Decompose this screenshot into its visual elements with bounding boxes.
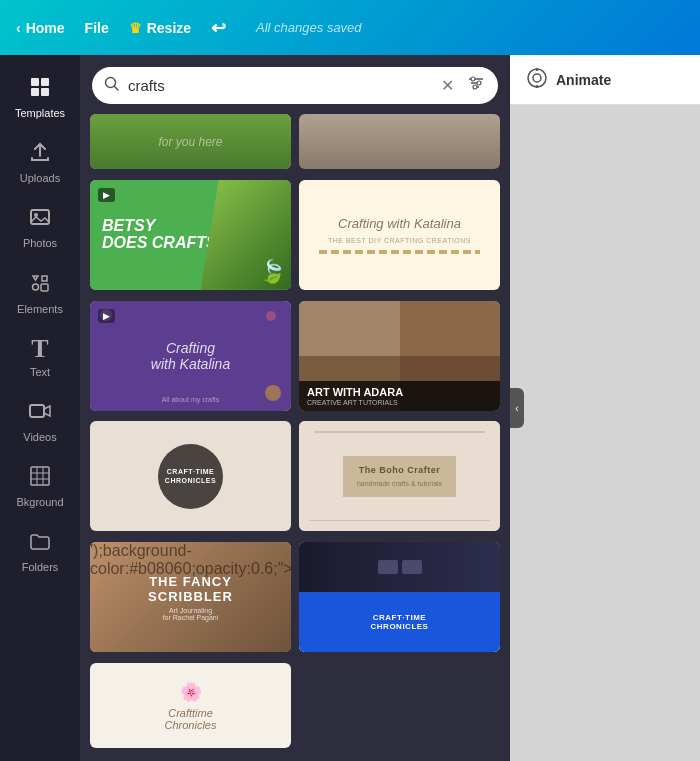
svg-rect-7 bbox=[41, 284, 48, 291]
template-card-betsy[interactable]: ▶ BETSYDOES CRAFTS 🍃 bbox=[90, 180, 291, 290]
svg-rect-9 bbox=[31, 467, 49, 485]
template-card-art-adara[interactable]: Art With Adara CREATIVE ART TUTORIALS bbox=[299, 301, 500, 411]
art-adara-title: Art With Adara bbox=[307, 386, 492, 398]
sidebar-item-text[interactable]: T Text bbox=[0, 326, 80, 389]
canvas-area: Animate bbox=[510, 55, 700, 761]
panel-collapse-handle[interactable]: ‹ bbox=[510, 388, 524, 428]
svg-line-15 bbox=[115, 86, 119, 90]
bottom-crafts-title: CrafttimeChronicles bbox=[165, 707, 217, 731]
background-icon bbox=[28, 464, 52, 492]
animate-icon bbox=[526, 67, 548, 92]
svg-point-21 bbox=[473, 85, 477, 89]
crown-icon: ♛ bbox=[129, 20, 142, 36]
videos-icon bbox=[28, 399, 52, 427]
resize-button[interactable]: ♛ Resize bbox=[129, 20, 191, 36]
sidebar-item-uploads[interactable]: Uploads bbox=[0, 130, 80, 195]
folders-icon bbox=[28, 529, 52, 557]
saved-status: All changes saved bbox=[256, 20, 362, 35]
canvas-toolbar: Animate bbox=[510, 55, 700, 105]
betsy-title: BETSYDOES CRAFTS bbox=[102, 217, 217, 252]
videos-label: Videos bbox=[23, 431, 56, 444]
fancy-title: THE FANCYSCRIBBLER bbox=[148, 574, 233, 604]
uploads-icon bbox=[28, 140, 52, 168]
clear-search-button[interactable]: ✕ bbox=[441, 76, 454, 95]
text-icon: T bbox=[31, 336, 48, 362]
file-button[interactable]: File bbox=[85, 20, 109, 36]
template-card-partial-left[interactable]: for you here bbox=[90, 114, 291, 169]
templates-icon bbox=[28, 75, 52, 103]
fancy-sub: Art Journalingfor Rachel Pagani bbox=[148, 607, 233, 621]
template-card-fancy-scribbler[interactable]: ');background-color:#b08060;opacity:0.6;… bbox=[90, 542, 291, 652]
svg-point-25 bbox=[536, 85, 539, 88]
photos-icon bbox=[28, 205, 52, 233]
svg-rect-2 bbox=[31, 88, 39, 96]
templates-panel: ✕ for you here bbox=[80, 55, 510, 761]
svg-point-6 bbox=[33, 284, 39, 290]
header: ‹ Home File ♛ Resize ↩ All changes saved bbox=[0, 0, 700, 55]
sidebar-item-videos[interactable]: Videos bbox=[0, 389, 80, 454]
background-label: Bkground bbox=[16, 496, 63, 509]
craft-circle: CRAFT·TIMECHRONICLES bbox=[158, 444, 223, 509]
boho-title: The Boho Crafter bbox=[357, 464, 442, 477]
sidebar-item-folders[interactable]: Folders bbox=[0, 519, 80, 584]
svg-point-24 bbox=[536, 68, 539, 71]
elements-label: Elements bbox=[17, 303, 63, 316]
template-card-crafting-katarina[interactable]: Crafting with Katalina THE BEST DIY CRAF… bbox=[299, 180, 500, 290]
svg-point-19 bbox=[471, 77, 475, 81]
search-icon bbox=[104, 76, 120, 96]
svg-point-23 bbox=[533, 74, 541, 82]
sidebar-item-background[interactable]: Bkground bbox=[0, 454, 80, 519]
photos-label: Photos bbox=[23, 237, 57, 250]
sidebar: Templates Uploads Photos bbox=[0, 55, 80, 761]
craft-blue-title: CRAFT·TIMECHRONICLES bbox=[299, 592, 500, 652]
template-card-partial-right[interactable] bbox=[299, 114, 500, 169]
chevron-left-icon: ‹ bbox=[16, 20, 21, 36]
art-adara-subtitle: CREATIVE ART TUTORIALS bbox=[307, 399, 492, 406]
template-card-bottom-crafts[interactable]: 🌸 CrafttimeChronicles bbox=[90, 663, 291, 748]
svg-rect-1 bbox=[41, 78, 49, 86]
main-layout: Templates Uploads Photos bbox=[0, 55, 700, 761]
svg-point-20 bbox=[477, 81, 481, 85]
resize-label: Resize bbox=[147, 20, 191, 36]
animate-button[interactable]: Animate bbox=[526, 67, 611, 92]
svg-point-22 bbox=[528, 69, 546, 87]
template-card-craft-blue[interactable]: CRAFT·TIMECHRONICLES bbox=[299, 542, 500, 652]
template-card-craft-chronicles[interactable]: CRAFT·TIMECHRONICLES bbox=[90, 421, 291, 531]
svg-rect-3 bbox=[41, 88, 49, 96]
sidebar-item-templates[interactable]: Templates bbox=[0, 65, 80, 130]
home-label: Home bbox=[26, 20, 65, 36]
sidebar-item-photos[interactable]: Photos bbox=[0, 195, 80, 260]
template-card-purple-crafting[interactable]: ▶ Craftingwith Katalina All about my cra… bbox=[90, 301, 291, 411]
home-button[interactable]: ‹ Home bbox=[16, 20, 65, 36]
boho-subtitle: handmade crafts & tutorials bbox=[357, 479, 442, 489]
undo-button[interactable]: ↩ bbox=[211, 17, 226, 39]
search-bar: ✕ bbox=[92, 67, 498, 104]
video-badge-icon: ▶ bbox=[103, 190, 110, 200]
elements-icon bbox=[28, 271, 52, 299]
svg-rect-0 bbox=[31, 78, 39, 86]
svg-rect-4 bbox=[31, 210, 49, 224]
uploads-label: Uploads bbox=[20, 172, 60, 185]
text-label: Text bbox=[30, 366, 50, 379]
file-label: File bbox=[85, 20, 109, 36]
template-card-boho[interactable]: The Boho Crafter handmade crafts & tutor… bbox=[299, 421, 500, 531]
purple-title: Craftingwith Katalina bbox=[151, 340, 230, 372]
undo-icon: ↩ bbox=[211, 17, 226, 39]
search-input[interactable] bbox=[128, 77, 433, 94]
folders-label: Folders bbox=[22, 561, 59, 574]
templates-label: Templates bbox=[15, 107, 65, 120]
animate-label: Animate bbox=[556, 72, 611, 88]
filter-icon[interactable] bbox=[466, 73, 486, 98]
svg-rect-8 bbox=[30, 405, 44, 417]
sidebar-item-elements[interactable]: Elements bbox=[0, 261, 80, 326]
purple-video-icon: ▶ bbox=[103, 311, 110, 321]
templates-grid: for you here ▶ BETSYDOES CRAFTS 🍃 bbox=[80, 114, 510, 761]
canvas-background bbox=[510, 105, 700, 761]
